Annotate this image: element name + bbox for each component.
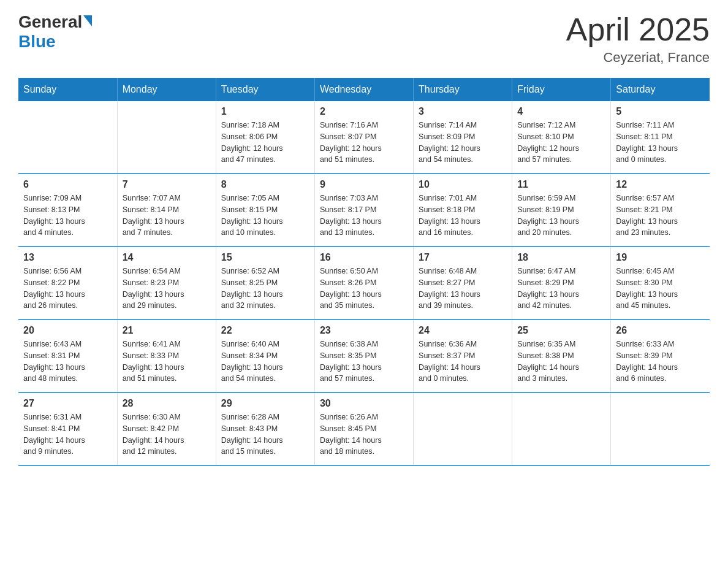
calendar-cell: 24Sunrise: 6:36 AM Sunset: 8:37 PM Dayli… — [414, 320, 512, 393]
day-info: Sunrise: 6:54 AM Sunset: 8:23 PM Dayligh… — [123, 266, 211, 312]
logo-triangle-icon — [83, 15, 92, 26]
day-number: 23 — [320, 325, 408, 336]
day-number: 2 — [320, 106, 408, 117]
day-number: 1 — [221, 106, 309, 117]
weekday-header-monday: Monday — [117, 78, 216, 101]
day-info: Sunrise: 6:36 AM Sunset: 8:37 PM Dayligh… — [419, 339, 507, 385]
calendar-cell: 19Sunrise: 6:45 AM Sunset: 8:30 PM Dayli… — [611, 247, 710, 320]
location: Ceyzeriat, France — [566, 50, 710, 66]
day-info: Sunrise: 6:28 AM Sunset: 8:43 PM Dayligh… — [221, 412, 309, 458]
calendar-cell: 20Sunrise: 6:43 AM Sunset: 8:31 PM Dayli… — [18, 320, 117, 393]
day-number: 5 — [616, 106, 705, 117]
day-info: Sunrise: 7:11 AM Sunset: 8:11 PM Dayligh… — [616, 120, 705, 166]
day-number: 9 — [320, 179, 408, 190]
logo: General Blue — [18, 12, 92, 52]
day-number: 11 — [517, 179, 605, 190]
calendar-cell: 27Sunrise: 6:31 AM Sunset: 8:41 PM Dayli… — [18, 393, 117, 465]
day-number: 27 — [23, 398, 112, 409]
day-info: Sunrise: 6:38 AM Sunset: 8:35 PM Dayligh… — [320, 339, 408, 385]
calendar-cell: 1Sunrise: 7:18 AM Sunset: 8:06 PM Daylig… — [216, 101, 314, 174]
logo-general-text: General — [18, 12, 82, 32]
weekday-header-saturday: Saturday — [611, 78, 710, 101]
day-info: Sunrise: 7:18 AM Sunset: 8:06 PM Dayligh… — [221, 120, 309, 166]
day-number: 28 — [123, 398, 211, 409]
day-info: Sunrise: 7:03 AM Sunset: 8:17 PM Dayligh… — [320, 193, 408, 239]
calendar-header: SundayMondayTuesdayWednesdayThursdayFrid… — [18, 78, 710, 101]
day-number: 29 — [221, 398, 309, 409]
day-info: Sunrise: 7:05 AM Sunset: 8:15 PM Dayligh… — [221, 193, 309, 239]
day-number: 8 — [221, 179, 309, 190]
day-number: 14 — [123, 252, 211, 263]
calendar-cell: 16Sunrise: 6:50 AM Sunset: 8:26 PM Dayli… — [314, 247, 413, 320]
day-info: Sunrise: 6:52 AM Sunset: 8:25 PM Dayligh… — [221, 266, 309, 312]
calendar-cell: 13Sunrise: 6:56 AM Sunset: 8:22 PM Dayli… — [18, 247, 117, 320]
day-info: Sunrise: 7:16 AM Sunset: 8:07 PM Dayligh… — [320, 120, 408, 166]
day-info: Sunrise: 6:50 AM Sunset: 8:26 PM Dayligh… — [320, 266, 408, 312]
calendar-cell: 23Sunrise: 6:38 AM Sunset: 8:35 PM Dayli… — [314, 320, 413, 393]
month-title: April 2025 — [566, 12, 710, 47]
calendar-cell — [414, 393, 512, 465]
calendar-cell — [18, 101, 117, 174]
day-number: 3 — [419, 106, 507, 117]
day-number: 12 — [616, 179, 705, 190]
calendar-body: 1Sunrise: 7:18 AM Sunset: 8:06 PM Daylig… — [18, 101, 710, 465]
day-info: Sunrise: 6:35 AM Sunset: 8:38 PM Dayligh… — [517, 339, 605, 385]
calendar-table: SundayMondayTuesdayWednesdayThursdayFrid… — [18, 78, 710, 466]
logo-blue-text: Blue — [18, 32, 56, 52]
day-number: 15 — [221, 252, 309, 263]
calendar-cell: 22Sunrise: 6:40 AM Sunset: 8:34 PM Dayli… — [216, 320, 314, 393]
day-info: Sunrise: 7:01 AM Sunset: 8:18 PM Dayligh… — [419, 193, 507, 239]
calendar-cell: 30Sunrise: 6:26 AM Sunset: 8:45 PM Dayli… — [314, 393, 413, 465]
title-section: April 2025 Ceyzeriat, France — [566, 12, 710, 66]
day-number: 30 — [320, 398, 408, 409]
weekday-row: SundayMondayTuesdayWednesdayThursdayFrid… — [18, 78, 710, 101]
calendar-cell: 29Sunrise: 6:28 AM Sunset: 8:43 PM Dayli… — [216, 393, 314, 465]
calendar-week-4: 20Sunrise: 6:43 AM Sunset: 8:31 PM Dayli… — [18, 320, 710, 393]
calendar-cell — [611, 393, 710, 465]
weekday-header-thursday: Thursday — [414, 78, 512, 101]
day-info: Sunrise: 6:30 AM Sunset: 8:42 PM Dayligh… — [123, 412, 211, 458]
calendar-cell: 12Sunrise: 6:57 AM Sunset: 8:21 PM Dayli… — [611, 174, 710, 247]
calendar-cell: 26Sunrise: 6:33 AM Sunset: 8:39 PM Dayli… — [611, 320, 710, 393]
calendar-cell: 21Sunrise: 6:41 AM Sunset: 8:33 PM Dayli… — [117, 320, 216, 393]
day-info: Sunrise: 6:48 AM Sunset: 8:27 PM Dayligh… — [419, 266, 507, 312]
day-number: 26 — [616, 325, 705, 336]
weekday-header-sunday: Sunday — [18, 78, 117, 101]
calendar-cell: 9Sunrise: 7:03 AM Sunset: 8:17 PM Daylig… — [314, 174, 413, 247]
day-number: 24 — [419, 325, 507, 336]
calendar-cell: 15Sunrise: 6:52 AM Sunset: 8:25 PM Dayli… — [216, 247, 314, 320]
calendar-cell: 7Sunrise: 7:07 AM Sunset: 8:14 PM Daylig… — [117, 174, 216, 247]
day-info: Sunrise: 6:33 AM Sunset: 8:39 PM Dayligh… — [616, 339, 705, 385]
day-number: 7 — [123, 179, 211, 190]
day-info: Sunrise: 7:07 AM Sunset: 8:14 PM Dayligh… — [123, 193, 211, 239]
day-info: Sunrise: 6:40 AM Sunset: 8:34 PM Dayligh… — [221, 339, 309, 385]
day-info: Sunrise: 6:45 AM Sunset: 8:30 PM Dayligh… — [616, 266, 705, 312]
day-number: 18 — [517, 252, 605, 263]
calendar-cell: 5Sunrise: 7:11 AM Sunset: 8:11 PM Daylig… — [611, 101, 710, 174]
day-info: Sunrise: 7:09 AM Sunset: 8:13 PM Dayligh… — [23, 193, 112, 239]
calendar-week-5: 27Sunrise: 6:31 AM Sunset: 8:41 PM Dayli… — [18, 393, 710, 465]
day-number: 22 — [221, 325, 309, 336]
day-info: Sunrise: 6:59 AM Sunset: 8:19 PM Dayligh… — [517, 193, 605, 239]
calendar-cell: 14Sunrise: 6:54 AM Sunset: 8:23 PM Dayli… — [117, 247, 216, 320]
weekday-header-wednesday: Wednesday — [314, 78, 413, 101]
day-number: 19 — [616, 252, 705, 263]
calendar-cell: 25Sunrise: 6:35 AM Sunset: 8:38 PM Dayli… — [512, 320, 611, 393]
calendar-cell: 18Sunrise: 6:47 AM Sunset: 8:29 PM Dayli… — [512, 247, 611, 320]
day-info: Sunrise: 7:12 AM Sunset: 8:10 PM Dayligh… — [517, 120, 605, 166]
day-info: Sunrise: 6:41 AM Sunset: 8:33 PM Dayligh… — [123, 339, 211, 385]
calendar-cell — [117, 101, 216, 174]
day-number: 25 — [517, 325, 605, 336]
calendar-cell: 3Sunrise: 7:14 AM Sunset: 8:09 PM Daylig… — [414, 101, 512, 174]
day-number: 17 — [419, 252, 507, 263]
day-info: Sunrise: 6:43 AM Sunset: 8:31 PM Dayligh… — [23, 339, 112, 385]
calendar-cell: 2Sunrise: 7:16 AM Sunset: 8:07 PM Daylig… — [314, 101, 413, 174]
logo-blue-part — [82, 18, 92, 26]
day-number: 20 — [23, 325, 112, 336]
day-info: Sunrise: 6:47 AM Sunset: 8:29 PM Dayligh… — [517, 266, 605, 312]
calendar-cell: 28Sunrise: 6:30 AM Sunset: 8:42 PM Dayli… — [117, 393, 216, 465]
day-info: Sunrise: 6:31 AM Sunset: 8:41 PM Dayligh… — [23, 412, 112, 458]
calendar-cell: 4Sunrise: 7:12 AM Sunset: 8:10 PM Daylig… — [512, 101, 611, 174]
day-number: 13 — [23, 252, 112, 263]
calendar-week-1: 1Sunrise: 7:18 AM Sunset: 8:06 PM Daylig… — [18, 101, 710, 174]
